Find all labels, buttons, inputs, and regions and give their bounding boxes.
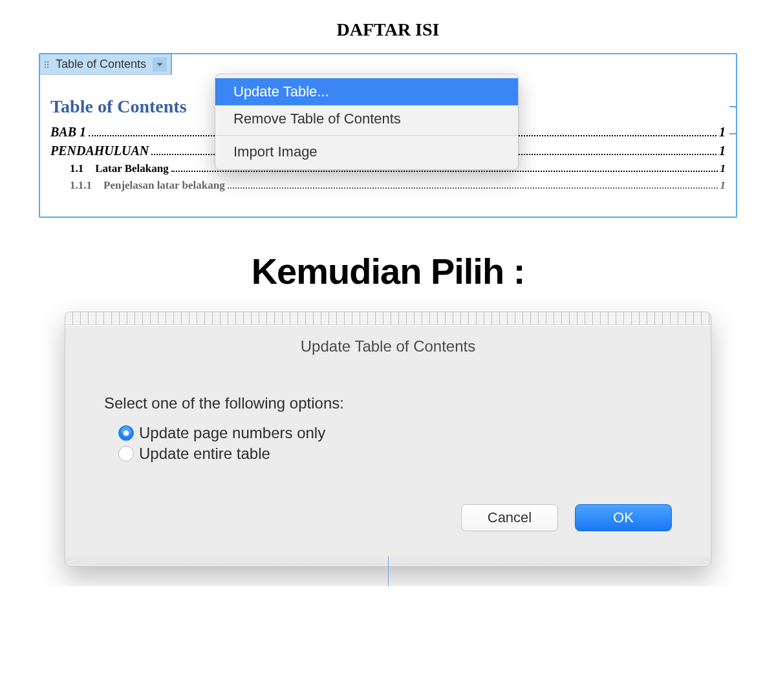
toc-entry-label: Latar Belakang	[95, 162, 169, 175]
toc-entry-label: BAB 1	[50, 125, 86, 140]
dialog-prompt: Select one of the following options:	[104, 394, 672, 412]
menu-item-import-image[interactable]: Import Image	[215, 138, 518, 165]
toc-tab-label: Table of Contents	[56, 58, 146, 71]
toc-entry-label: PENDAHULUAN	[50, 143, 149, 158]
update-toc-dialog: Update Table of Contents Select one of t…	[65, 325, 711, 557]
ok-button[interactable]: OK	[575, 504, 672, 531]
dialog-title: Update Table of Contents	[65, 326, 711, 394]
radio-selected-icon[interactable]	[118, 425, 134, 441]
radio-label: Update page numbers only	[139, 424, 325, 442]
instruction-heading: Kemudian Pilih :	[39, 250, 737, 292]
toc-entry[interactable]: 1.1.1 Penjelasan latar belakang 1	[50, 179, 726, 192]
toc-entry-label: Penjelasan latar belakang	[103, 179, 225, 192]
toc-entry-number: 1.1	[70, 162, 83, 175]
toc-context-menu: Update Table... Remove Table of Contents…	[215, 74, 519, 170]
toc-entry-page: 1	[719, 125, 726, 140]
toc-entry-page: 1	[720, 162, 726, 175]
toc-leader-dots	[228, 181, 718, 189]
radio-label: Update entire table	[139, 445, 270, 463]
chevron-down-icon	[156, 61, 164, 69]
radio-unselected-icon[interactable]	[118, 446, 134, 461]
toc-dropdown-button[interactable]	[153, 58, 167, 72]
ruler	[65, 312, 711, 325]
cancel-button[interactable]: Cancel	[461, 504, 558, 531]
menu-separator	[215, 135, 518, 136]
document-title: DAFTAR ISI	[39, 19, 737, 40]
radio-option-entire-table[interactable]: Update entire table	[118, 445, 672, 463]
radio-option-page-numbers[interactable]: Update page numbers only	[118, 424, 672, 442]
dialog-button-row: Cancel OK	[65, 485, 711, 544]
drag-grip-icon[interactable]	[43, 61, 50, 68]
toc-entry-page: 1	[719, 143, 726, 158]
menu-item-remove-toc[interactable]: Remove Table of Contents	[215, 105, 518, 133]
toc-field-tab[interactable]: Table of Contents	[39, 53, 172, 75]
toc-field-container[interactable]: Table of Contents Table of Contents BAB …	[39, 53, 737, 218]
toc-entry-number: 1.1.1	[70, 179, 92, 192]
document-edge-marker	[65, 557, 711, 566]
toc-entry-page: 1	[720, 179, 726, 192]
menu-item-update-table[interactable]: Update Table...	[215, 78, 518, 105]
update-toc-dialog-screenshot: Update Table of Contents Select one of t…	[65, 312, 711, 567]
